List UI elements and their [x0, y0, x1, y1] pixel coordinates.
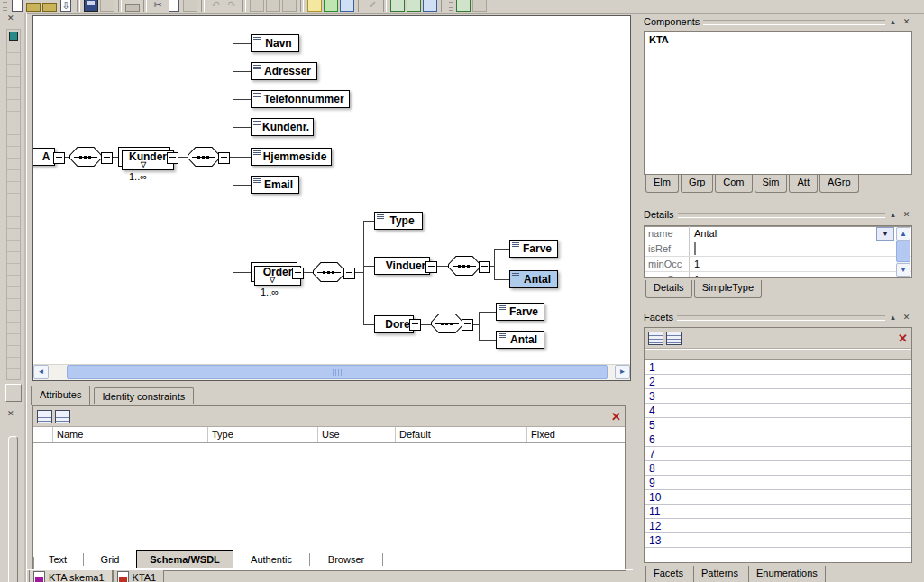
tab-patterns[interactable]: Patterns [693, 566, 746, 582]
element-root[interactable]: A [32, 148, 55, 166]
enumeration-row[interactable]: 10 [645, 490, 911, 505]
new-file-icon[interactable] [12, 0, 23, 12]
sequence-compositor[interactable] [313, 262, 345, 282]
element-dore-antal[interactable]: Antal [496, 331, 544, 349]
close-panel-icon[interactable]: ✕ [901, 312, 912, 323]
enumeration-row[interactable]: 12 [645, 519, 911, 533]
enumeration-row[interactable]: 4 [645, 404, 911, 418]
detail-row-minocc[interactable]: minOcc 1 [645, 257, 911, 272]
assign-schema-icon[interactable] [340, 0, 354, 12]
scrollbar-thumb[interactable] [67, 365, 608, 379]
tab-grp[interactable]: Grp [681, 175, 713, 193]
scrollbar-thumb[interactable] [896, 241, 910, 262]
horizontal-scrollbar[interactable]: ◄ ► [33, 364, 630, 380]
scrollbar-track[interactable] [49, 365, 615, 380]
attributes-table-body[interactable] [33, 443, 625, 557]
enumeration-row[interactable]: 7 [645, 447, 911, 461]
table-append-row-icon[interactable] [407, 0, 421, 12]
element-type[interactable]: Type [374, 212, 423, 230]
paste-icon[interactable] [183, 0, 197, 12]
isref-checkbox[interactable] [694, 242, 696, 255]
table-delete-icon[interactable] [472, 0, 487, 12]
enumeration-row[interactable]: 8 [645, 461, 911, 476]
splitter-grabber[interactable] [8, 436, 18, 582]
enumeration-row[interactable]: 5 [645, 418, 911, 432]
component-item-kta[interactable]: KTA [645, 32, 911, 45]
enumeration-row[interactable]: 1 [645, 360, 911, 375]
enumeration-row[interactable]: 13 [645, 533, 911, 548]
collapse-handle-icon[interactable] [409, 319, 421, 331]
tab-elm[interactable]: Elm [645, 175, 679, 193]
scroll-down-icon[interactable]: ▼ [896, 263, 910, 277]
find-next-icon[interactable] [266, 0, 280, 12]
scroll-left-icon[interactable]: ◄ [33, 365, 49, 379]
collapse-panel-icon[interactable]: ▴ [887, 16, 899, 27]
schema-display-icon[interactable] [423, 0, 437, 12]
element-dore[interactable]: Dore [374, 315, 414, 333]
tab-sim[interactable]: Sim [755, 175, 788, 193]
insert-row-icon[interactable] [55, 410, 70, 423]
replace-icon[interactable] [282, 0, 297, 12]
validate-icon[interactable] [324, 0, 338, 12]
collapse-handle-icon[interactable] [218, 152, 230, 164]
collapse-handle-icon[interactable] [479, 261, 490, 273]
element-vinduer-antal-selected[interactable]: Antal [509, 270, 558, 288]
tab-identity-constraints[interactable]: Identity constraints [94, 387, 195, 404]
append-row-icon[interactable] [37, 410, 52, 423]
scroll-right-icon[interactable]: ► [615, 365, 630, 379]
sequence-compositor[interactable] [448, 256, 480, 276]
redo-icon[interactable]: ↷ [224, 0, 239, 12]
tab-facets[interactable]: Facets [645, 566, 691, 582]
cut-icon[interactable]: ✂ [151, 0, 165, 12]
check-wellformed-icon[interactable] [307, 0, 322, 12]
append-row-icon[interactable] [648, 332, 663, 345]
delete-row-icon[interactable]: ✕ [611, 411, 621, 423]
scroll-up-icon[interactable]: ▲ [896, 227, 910, 241]
table-insert-row-icon[interactable] [390, 0, 405, 12]
tab-com[interactable]: Com [715, 175, 752, 193]
toolbar-drag-handle[interactable] [449, 0, 453, 12]
close-icon[interactable]: ✕ [7, 14, 14, 23]
project-panel-collapsed[interactable] [6, 29, 21, 380]
tab-details[interactable]: Details [645, 280, 692, 298]
collapse-handle-icon[interactable] [53, 152, 65, 164]
close-panel-icon[interactable]: ✕ [901, 16, 912, 27]
close-panel-icon[interactable]: ✕ [901, 209, 912, 220]
tab-agrp[interactable]: AGrp [819, 175, 859, 193]
dropdown-icon[interactable]: ▼ [876, 227, 894, 241]
toolbar-drag-handle[interactable] [3, 0, 7, 12]
tab-simpletype[interactable]: SimpleType [694, 280, 762, 298]
element-hjemmeside[interactable]: Hjemmeside [251, 148, 332, 166]
open-file-icon[interactable] [26, 3, 41, 12]
collapse-handle-icon[interactable] [462, 319, 473, 331]
table-add-icon[interactable] [456, 0, 471, 12]
components-list[interactable]: KTA [644, 31, 912, 175]
tab-att[interactable]: Att [789, 175, 817, 193]
sequence-compositor[interactable] [188, 147, 220, 167]
tab-schema-wsdl-view[interactable]: Schema/WSDL [136, 550, 233, 568]
enumeration-row[interactable]: 11 [645, 505, 911, 519]
sequence-compositor[interactable] [431, 314, 463, 333]
document-tab-kta1[interactable]: KTA1 [113, 570, 165, 582]
delete-row-icon[interactable]: ✕ [898, 332, 908, 344]
element-order[interactable]: Order ▽ [251, 262, 297, 282]
save-icon[interactable] [84, 0, 98, 12]
collapse-handle-icon[interactable] [292, 268, 304, 279]
sequence-compositor[interactable] [69, 147, 102, 167]
collapse-panel-icon[interactable]: ▴ [887, 209, 899, 220]
open-folder-icon[interactable] [42, 3, 57, 12]
collapse-handle-icon[interactable] [101, 152, 113, 164]
copy-icon[interactable] [169, 0, 179, 12]
tab-browser-view[interactable]: Browser [310, 551, 382, 568]
collapse-panel-icon[interactable]: ▴ [887, 312, 899, 323]
element-vinduer[interactable]: Vinduer [374, 257, 430, 275]
print-icon[interactable] [125, 4, 140, 12]
detail-row-maxocc[interactable]: maxOcc 1 [645, 272, 911, 278]
element-telefonnummer[interactable]: Telefonnummer [251, 90, 350, 108]
enumeration-row[interactable]: 2 [645, 375, 911, 389]
tab-authentic-view[interactable]: Authentic [233, 551, 309, 568]
element-navn[interactable]: Navn [251, 34, 299, 52]
element-email[interactable]: Email [251, 176, 299, 194]
tab-grid-view[interactable]: Grid [84, 551, 136, 568]
close-icon[interactable]: ✕ [7, 409, 14, 418]
